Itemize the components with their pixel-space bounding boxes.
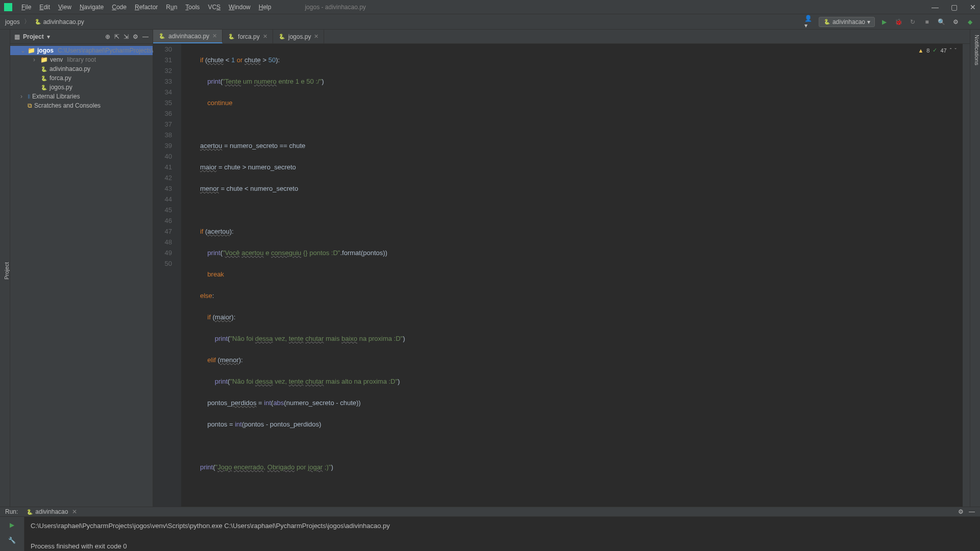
chevron-down-icon: ▾ <box>867 18 870 26</box>
tree-root-path: C:\Users\raphael\PycharmProjects\jogos <box>58 47 168 54</box>
tab-forca[interactable]: 🐍 forca.py ✕ <box>223 30 273 43</box>
output-line: Process finished with exit code 0 <box>31 541 974 551</box>
window-title: jogos - adivinhacao.py <box>305 4 365 11</box>
chevron-right-icon: › <box>20 93 26 100</box>
python-file-icon: 🐍 <box>278 33 285 40</box>
run-config-label: adivinhacao <box>832 18 865 26</box>
run-header: Run: 🐍 adivinhacao ✕ ⚙ — <box>0 507 980 517</box>
inspections-widget[interactable]: ▲8 ✓47 ˆ ˇ <box>915 46 960 55</box>
settings-icon[interactable]: ⚙ <box>133 33 138 40</box>
rerun-button[interactable]: ▶ <box>7 520 17 530</box>
close-tab-icon[interactable]: ✕ <box>263 33 267 40</box>
project-tree: ⌄ 📁 jogos C:\Users\raphael\PycharmProjec… <box>10 44 153 112</box>
tree-venv[interactable]: › 📁 venv library root <box>10 55 153 64</box>
tree-file-name: jogos.py <box>50 84 72 91</box>
python-file-icon: 🐍 <box>228 33 235 40</box>
menu-help[interactable]: Help <box>256 3 275 12</box>
tree-root[interactable]: ⌄ 📁 jogos C:\Users\raphael\PycharmProjec… <box>10 46 153 55</box>
search-icon[interactable]: 🔍 <box>936 17 946 27</box>
menu-file[interactable]: File <box>18 3 34 12</box>
close-tab-icon[interactable]: ✕ <box>314 33 318 40</box>
run-settings-icon[interactable]: ⚙ <box>958 508 964 515</box>
menu-edit[interactable]: Edit <box>36 3 53 12</box>
add-user-icon[interactable]: 👤▾ <box>804 17 815 27</box>
run-tab[interactable]: 🐍 adivinhacao ✕ <box>22 507 81 516</box>
menu-tools[interactable]: Tools <box>182 3 203 12</box>
run-output[interactable]: C:\Users\raphael\PycharmProjects\jogos\v… <box>24 517 980 551</box>
code-content[interactable]: if (chute < 1 or chute > 50): print("Ten… <box>181 44 963 507</box>
output-line: C:\Users\raphael\PycharmProjects\jogos\v… <box>31 521 974 531</box>
chevron-right-icon: › <box>33 56 38 63</box>
editor-area: 🐍 adivinhacao.py ✕ 🐍 forca.py ✕ 🐍 jogos.… <box>153 30 970 507</box>
menu-run[interactable]: Run <box>163 3 180 12</box>
maximize-icon[interactable]: ▢ <box>951 3 958 11</box>
chevron-down-icon: ⌄ <box>20 47 26 54</box>
tab-adivinhacao[interactable]: 🐍 adivinhacao.py ✕ <box>153 30 223 43</box>
python-file-icon: 🐍 <box>40 84 47 91</box>
run-panel: Run: 🐍 adivinhacao ✕ ⚙ — ▶ 🔧 ⬇ ⎙ 🖶 📌 » C… <box>0 507 980 551</box>
locate-icon[interactable]: ⊕ <box>105 33 110 40</box>
scratch-icon: ⧉ <box>28 102 32 109</box>
project-tool-button[interactable]: Project <box>4 35 10 507</box>
tree-scratches[interactable]: ⧉ Scratches and Consoles <box>10 101 153 110</box>
code-with-me-icon[interactable]: ◆ <box>965 17 975 27</box>
close-tab-icon[interactable]: ✕ <box>72 508 77 515</box>
menu-view[interactable]: View <box>55 3 75 12</box>
tree-file[interactable]: 🐍 adivinhacao.py <box>10 64 153 73</box>
expand-icon[interactable]: ⇱ <box>114 33 119 40</box>
chevron-right-icon: 〉 <box>24 17 30 26</box>
stop-button[interactable]: ■ <box>922 17 932 27</box>
python-file-icon: 🐍 <box>158 33 165 40</box>
project-sidebar: ▦ Project ▾ ⊕ ⇱ ⇲ ⚙ — ⌄ 📁 jogos C:\Users… <box>10 30 153 507</box>
tree-file-name: adivinhacao.py <box>50 65 90 72</box>
settings-icon[interactable]: ⚙ <box>950 17 961 27</box>
hide-icon[interactable]: — <box>142 33 149 40</box>
editor-scrollbar[interactable] <box>963 44 970 507</box>
python-file-icon: 🐍 <box>34 18 41 26</box>
menu-navigate[interactable]: Navigate <box>77 3 107 12</box>
project-icon: ▦ <box>14 33 20 40</box>
code-editor[interactable]: 3031323334353637383940414243444546474849… <box>153 44 970 507</box>
warning-icon: ▲ <box>918 47 923 54</box>
tree-external-libs[interactable]: › ⫴ External Libraries <box>10 92 153 101</box>
chevron-down-icon[interactable]: ▾ <box>47 33 50 40</box>
tab-label: forca.py <box>238 33 260 40</box>
debug-button[interactable]: 🐞 <box>893 17 903 27</box>
chevron-up-icon[interactable]: ˆ <box>950 47 952 54</box>
minimize-icon[interactable]: — <box>932 3 939 11</box>
tree-file[interactable]: 🐍 jogos.py <box>10 83 153 92</box>
menu-vcs[interactable]: VCS <box>205 3 224 12</box>
collapse-icon[interactable]: ⇲ <box>124 33 129 40</box>
menu-code[interactable]: Code <box>109 3 130 12</box>
notifications-tool-button[interactable]: Notifications <box>974 35 980 65</box>
breadcrumb-file[interactable]: adivinhacao.py <box>43 18 84 26</box>
tab-jogos[interactable]: 🐍 jogos.py ✕ <box>273 30 325 43</box>
pycharm-logo-icon <box>4 3 12 11</box>
chevron-down-icon[interactable]: ˇ <box>954 47 957 54</box>
library-icon: ⫴ <box>28 93 30 100</box>
tab-label: jogos.py <box>288 33 311 40</box>
menubar: File Edit View Navigate Code Refactor Ru… <box>18 3 274 12</box>
tree-scratches-label: Scratches and Consoles <box>34 102 101 109</box>
tree-file[interactable]: 🐍 forca.py <box>10 73 153 83</box>
python-file-icon: 🐍 <box>26 508 33 515</box>
hide-icon[interactable]: — <box>969 508 975 515</box>
menu-refactor[interactable]: Refactor <box>132 3 161 12</box>
coverage-button[interactable]: ↻ <box>908 17 918 27</box>
python-file-icon: 🐍 <box>40 74 47 82</box>
editor-tabs: 🐍 adivinhacao.py ✕ 🐍 forca.py ✕ 🐍 jogos.… <box>153 30 970 44</box>
python-file-icon: 🐍 <box>823 18 830 26</box>
typo-icon: ✓ <box>933 47 937 54</box>
run-button[interactable]: ▶ <box>879 17 889 27</box>
stop-button[interactable]: 🔧 <box>7 535 17 545</box>
close-tab-icon[interactable]: ✕ <box>212 33 217 39</box>
project-title: Project <box>23 33 44 40</box>
navbar: jogos 〉 🐍 adivinhacao.py 👤▾ 🐍 adivinhaca… <box>0 14 980 30</box>
close-icon[interactable]: ✕ <box>970 3 976 11</box>
run-config-select[interactable]: 🐍 adivinhacao ▾ <box>819 17 875 27</box>
typo-count: 47 <box>940 47 946 54</box>
tree-root-name: jogos <box>37 47 54 54</box>
breadcrumb-root[interactable]: jogos <box>5 18 20 26</box>
breadcrumb[interactable]: jogos 〉 🐍 adivinhacao.py <box>5 17 84 26</box>
menu-window[interactable]: Window <box>226 3 254 12</box>
